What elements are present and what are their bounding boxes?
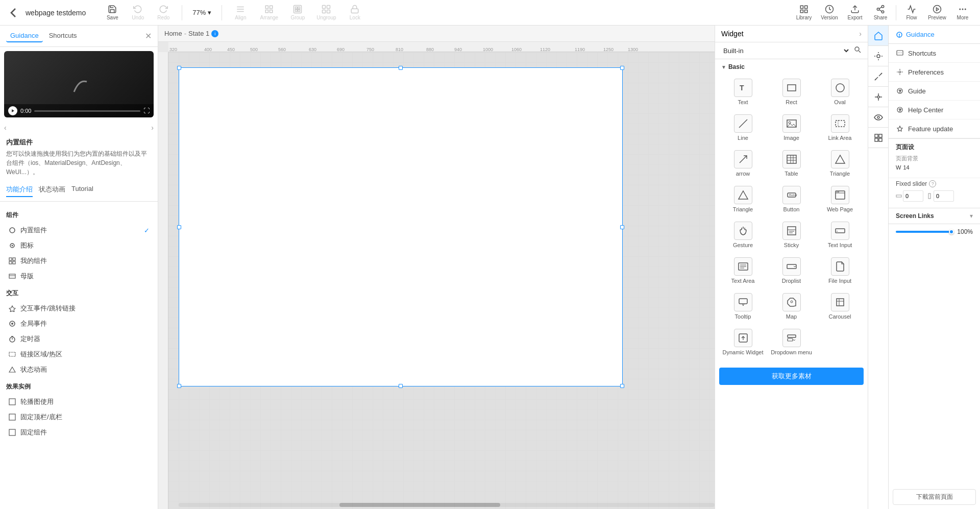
- breadcrumb-state[interactable]: State 1: [188, 30, 209, 37]
- carousel-prev-button[interactable]: ‹: [4, 124, 7, 132]
- sub-tab-intro[interactable]: 功能介绍: [6, 185, 33, 197]
- widget-table[interactable]: Table: [768, 146, 815, 181]
- widget-search-button[interactable]: [853, 45, 862, 56]
- widget-rect[interactable]: Rect: [768, 75, 815, 109]
- handle-br[interactable]: [620, 384, 624, 388]
- guidance-shortcuts[interactable]: Shortcuts: [889, 44, 980, 63]
- widget-source-select[interactable]: Built-in: [721, 46, 850, 55]
- widget-line[interactable]: Line: [719, 110, 767, 145]
- menu-item-fixed-widget[interactable]: 固定组件: [6, 425, 152, 440]
- ungroup-button[interactable]: Ungroup: [314, 2, 338, 24]
- group-button[interactable]: Group: [285, 2, 310, 24]
- menu-item-state-anim[interactable]: 状态动画: [6, 362, 152, 377]
- arrange-button[interactable]: Arrange: [257, 2, 281, 24]
- widget-dynamic[interactable]: Dynamic Widget: [719, 325, 767, 359]
- canvas-frame[interactable]: [179, 67, 623, 386]
- widget-button[interactable]: Button Button: [768, 182, 815, 216]
- tab-guidance[interactable]: Guidance: [6, 30, 43, 42]
- library-button[interactable]: Library: [792, 2, 816, 24]
- right-icon-resize[interactable]: [868, 66, 889, 87]
- menu-item-carousel-use[interactable]: 轮播图使用: [6, 394, 152, 409]
- handle-bl[interactable]: [177, 384, 181, 388]
- scrollbar-thumb[interactable]: [339, 503, 500, 507]
- menu-item-timer[interactable]: 定时器: [6, 331, 152, 347]
- menu-item-global-events[interactable]: 全局事件: [6, 316, 152, 331]
- widget-link-area[interactable]: Link Area: [816, 110, 864, 145]
- fixed-slider-help[interactable]: ?: [929, 180, 936, 187]
- back-button[interactable]: [5, 5, 21, 21]
- widget-text[interactable]: T Text: [719, 75, 767, 109]
- handle-mr[interactable]: [620, 225, 624, 229]
- widget-panel-expand[interactable]: ›: [859, 30, 862, 38]
- handle-ml[interactable]: [177, 225, 181, 229]
- get-more-button[interactable]: 获取更多素材: [719, 368, 864, 385]
- widget-dropdown-menu[interactable]: Dropdown menu: [768, 325, 815, 359]
- widget-section-basic-header[interactable]: ▼ Basic: [715, 61, 868, 72]
- zoom-slider-thumb[interactable]: [949, 229, 954, 234]
- menu-item-icon[interactable]: 图标: [6, 238, 152, 253]
- breadcrumb-home[interactable]: Home: [164, 30, 182, 37]
- widget-file-input[interactable]: File Input: [816, 253, 864, 288]
- widget-oval[interactable]: Oval: [816, 75, 864, 109]
- redo-button[interactable]: Redo: [151, 2, 176, 24]
- lock-button[interactable]: Lock: [342, 2, 367, 24]
- guidance-feature-update[interactable]: Feature update: [889, 119, 980, 138]
- menu-item-master[interactable]: 母版: [6, 269, 152, 284]
- right-icon-home[interactable]: [868, 26, 889, 46]
- flow-button[interactable]: Flow: [899, 2, 924, 24]
- canvas-content[interactable]: [168, 52, 715, 509]
- zoom-control[interactable]: 77% ▾: [188, 7, 215, 18]
- widget-arrow[interactable]: arrow: [719, 146, 767, 181]
- fixed-slider-input2[interactable]: [934, 190, 954, 202]
- guidance-preferences[interactable]: Preferences: [889, 63, 980, 82]
- sub-tab-anim[interactable]: 状态动画: [39, 185, 65, 197]
- menu-item-my-components[interactable]: 我的组件: [6, 253, 152, 269]
- widget-text-area[interactable]: Text Area: [719, 253, 767, 288]
- close-icon[interactable]: ✕: [145, 31, 152, 41]
- download-page-button[interactable]: 下載當前頁面: [893, 489, 976, 505]
- right-icon-grid[interactable]: [868, 128, 889, 148]
- screen-links-section[interactable]: Screen Links ▾: [889, 208, 980, 224]
- version-button[interactable]: Version: [817, 2, 842, 24]
- widget-gesture[interactable]: Gesture: [719, 217, 767, 252]
- menu-item-builtin[interactable]: 内置组件 ✓: [6, 223, 152, 238]
- save-button[interactable]: Save: [100, 2, 125, 24]
- widget-text-input[interactable]: Text Input: [816, 217, 864, 252]
- horizontal-scrollbar[interactable]: [179, 503, 715, 507]
- handle-tr[interactable]: [620, 66, 624, 70]
- widget-droplist[interactable]: Droplist: [768, 253, 815, 288]
- widget-carousel[interactable]: Carousel: [816, 289, 864, 324]
- handle-bm[interactable]: [399, 384, 403, 388]
- widget-triangle[interactable]: Triangle: [816, 146, 864, 181]
- widget-map[interactable]: Map: [768, 289, 815, 324]
- widget-sticky[interactable]: Sticky: [768, 217, 815, 252]
- handle-tm[interactable]: [399, 66, 403, 70]
- handle-tl[interactable]: [177, 66, 181, 70]
- widget-image[interactable]: Image: [768, 110, 815, 145]
- right-icon-eye[interactable]: [868, 107, 889, 128]
- more-button[interactable]: More: [950, 2, 975, 24]
- guidance-guide[interactable]: ? Guide: [889, 82, 980, 101]
- menu-item-events[interactable]: 交互事件/跳转链接: [6, 301, 152, 316]
- fixed-slider-input1[interactable]: [903, 190, 923, 202]
- play-button[interactable]: [8, 106, 17, 115]
- sub-tab-tutorial[interactable]: Tutorial: [71, 185, 93, 197]
- undo-button[interactable]: Undo: [126, 2, 150, 24]
- share-button[interactable]: Share: [868, 2, 893, 24]
- widget-triangle2[interactable]: Triangle: [719, 182, 767, 216]
- align-button[interactable]: Align: [228, 2, 253, 24]
- widget-tooltip[interactable]: Tooltip: [719, 289, 767, 324]
- zoom-slider-track[interactable]: [896, 231, 951, 233]
- right-icon-settings[interactable]: [868, 46, 889, 66]
- right-icon-move[interactable]: [868, 87, 889, 107]
- carousel-next-button[interactable]: ›: [151, 124, 154, 132]
- fullscreen-icon[interactable]: ⛶: [143, 107, 150, 114]
- menu-item-link-area[interactable]: 链接区域/热区: [6, 347, 152, 362]
- info-icon[interactable]: i: [211, 30, 218, 37]
- tab-shortcuts[interactable]: Shortcuts: [45, 30, 81, 42]
- menu-item-fixed-header[interactable]: 固定顶栏/底栏: [6, 409, 152, 425]
- widget-webpage[interactable]: Web Page: [816, 182, 864, 216]
- export-button[interactable]: Export: [843, 2, 867, 24]
- guidance-help-center[interactable]: ? Help Center: [889, 101, 980, 119]
- preview-button[interactable]: Preview: [925, 2, 949, 24]
